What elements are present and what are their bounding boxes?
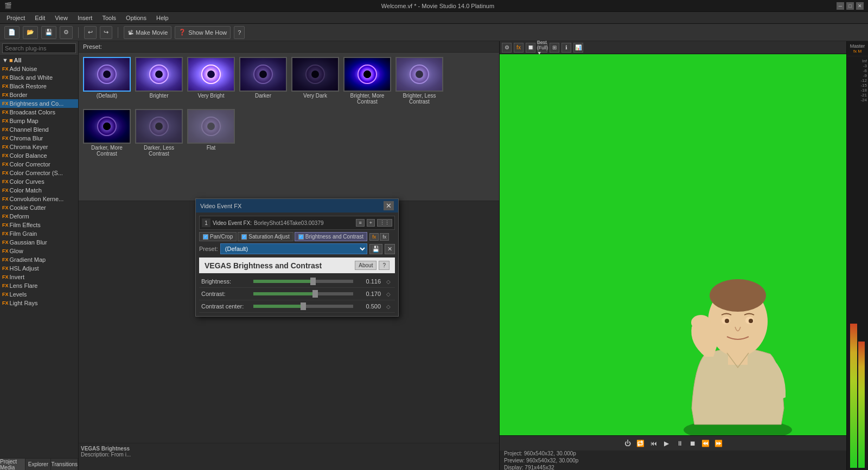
menu-project[interactable]: Project — [2, 14, 29, 22]
close-button[interactable]: ✕ — [856, 2, 864, 10]
contrast-center-slider[interactable] — [253, 305, 353, 308]
saturation-checkbox[interactable]: ✓ — [241, 234, 247, 240]
plugin-item-channelblend[interactable]: FX Channel Blend — [0, 125, 78, 134]
contrast-keyframe-btn[interactable]: ◇ — [384, 289, 393, 298]
plugin-item-lensflare[interactable]: FX Lens Flare — [0, 281, 78, 290]
plugin-item-colorcurves[interactable]: FX Color Curves — [0, 177, 78, 186]
menu-insert[interactable]: Insert — [73, 14, 97, 22]
menu-help[interactable]: Help — [152, 14, 173, 22]
about-button[interactable]: About — [355, 261, 376, 270]
plugin-item-gradientmap[interactable]: FX Gradient Map — [0, 255, 78, 264]
preset-darker[interactable]: Darker — [239, 57, 287, 105]
redo-button[interactable]: ↪ — [100, 26, 112, 39]
plugin-item-bw[interactable]: FX Black and White — [0, 73, 78, 82]
plugin-item-broadcast[interactable]: FX Broadcast Colors — [0, 108, 78, 117]
tab-pancrop[interactable]: ✓ Pan/Crop — [199, 232, 237, 241]
preview-stop-btn[interactable]: ⏹ — [687, 438, 698, 449]
contrast-center-thumb[interactable] — [301, 302, 306, 310]
plugin-item-colorcorrector[interactable]: FX Color Corrector — [0, 160, 78, 169]
chain-list-btn[interactable]: ≡ — [356, 219, 364, 227]
menu-options[interactable]: Options — [122, 14, 151, 22]
help-plugin-btn[interactable]: ? — [379, 261, 390, 270]
chain-add-btn[interactable]: + — [367, 219, 375, 227]
preview-quality-btn[interactable]: Best (Full) ▼ — [538, 43, 547, 53]
preset-verydark[interactable]: Very Dark — [291, 57, 339, 105]
properties-button[interactable]: ⚙ — [60, 26, 73, 39]
plugin-item-addnoise[interactable]: FX Add Noise — [0, 65, 78, 73]
preview-composite-btn[interactable]: 🔲 — [526, 43, 535, 53]
plugin-item-brightness[interactable]: FX Brightness and Co... — [0, 99, 78, 108]
tab-project-media[interactable]: Project Media — [0, 459, 25, 470]
preview-settings-btn[interactable]: ⚙ — [502, 43, 512, 53]
preview-next-frame-btn[interactable]: ⏩ — [713, 438, 724, 449]
preset-brighter-less-contrast[interactable]: Brighter, Less Contrast — [395, 57, 443, 105]
plugin-category-all[interactable]: ▼ ■ All — [0, 56, 78, 65]
preset-verybright[interactable]: Very Bright — [187, 57, 235, 105]
save-button[interactable]: 💾 — [41, 26, 56, 39]
plugin-item-levels[interactable]: FX Levels — [0, 290, 78, 299]
plugin-item-filmeffects[interactable]: FX Film Effects — [0, 221, 78, 229]
preset-dropdown[interactable]: (Default) — [220, 243, 367, 254]
pancrop-checkbox[interactable]: ✓ — [203, 234, 208, 240]
plugin-item-colorcorrectors[interactable]: FX Color Corrector (S... — [0, 169, 78, 177]
bnc-checkbox[interactable]: ✓ — [298, 234, 304, 240]
undo-button[interactable]: ↩ — [84, 26, 97, 39]
vfx-close-button[interactable]: ✕ — [384, 201, 394, 210]
menu-edit[interactable]: Edit — [30, 14, 49, 22]
plugin-item-colorbalance[interactable]: FX Color Balance — [0, 151, 78, 160]
tab-transitions[interactable]: Transitions — [51, 459, 78, 470]
delete-preset-btn[interactable]: ✕ — [385, 244, 395, 254]
search-input[interactable] — [2, 43, 76, 53]
menu-tools[interactable]: Tools — [98, 14, 120, 22]
plugin-item-cookiecutter[interactable]: FX Cookie Cutter — [0, 203, 78, 212]
preview-loop-btn[interactable]: 🔁 — [635, 438, 646, 449]
plugin-item-convolution[interactable]: FX Convolution Kerne... — [0, 195, 78, 203]
open-button[interactable]: 📂 — [23, 26, 38, 39]
fx-curve-btn[interactable]: fx — [380, 233, 389, 241]
minimize-button[interactable]: ─ — [837, 2, 844, 10]
preview-fx-btn[interactable]: fx — [514, 43, 524, 53]
help-button[interactable]: ? — [234, 26, 245, 39]
preview-info-btn[interactable]: ℹ — [561, 43, 571, 53]
preview-split-btn[interactable]: ⊞ — [550, 43, 559, 53]
show-me-how-button[interactable]: ❓ Show Me How — [175, 26, 231, 39]
save-preset-btn[interactable]: 💾 — [369, 244, 382, 254]
plugin-item-lightrays[interactable]: FX Light Rays — [0, 299, 78, 307]
preset-darker-less-contrast[interactable]: Darker, Less Contrast — [135, 109, 183, 157]
plugin-item-hsladjust[interactable]: FX HSL Adjust — [0, 264, 78, 273]
chain-grid-btn[interactable]: ⋮⋮ — [377, 219, 392, 227]
menu-view[interactable]: View — [50, 14, 72, 22]
preview-rewind-btn[interactable]: ⏮ — [648, 438, 659, 449]
plugin-item-filmgrain[interactable]: FX Film Grain — [0, 229, 78, 238]
contrast-thumb[interactable] — [312, 290, 318, 298]
brightness-slider[interactable] — [253, 280, 353, 283]
brightness-keyframe-btn[interactable]: ◇ — [384, 277, 393, 286]
preset-default[interactable]: (Default) — [83, 57, 131, 105]
make-movie-button[interactable]: 📽 Make Movie — [124, 26, 171, 39]
plugin-item-gaussianblur[interactable]: FX Gaussian Blur — [0, 238, 78, 247]
plugin-item-glow[interactable]: FX Glow — [0, 247, 78, 255]
preview-power-btn[interactable]: ⏻ — [622, 438, 633, 449]
plugin-item-blackrestore[interactable]: FX Black Restore — [0, 82, 78, 91]
plugin-item-invert[interactable]: FX Invert — [0, 273, 78, 281]
plugin-item-border[interactable]: FX Border — [0, 91, 78, 99]
plugin-item-bumpmap[interactable]: FX Bump Map — [0, 117, 78, 125]
tab-explorer[interactable]: Explorer — [25, 459, 51, 470]
plugin-item-chromablur[interactable]: FX Chroma Blur — [0, 134, 78, 143]
plugin-item-chromakeyer[interactable]: FX Chroma Keyer — [0, 143, 78, 151]
preset-flat[interactable]: Flat — [187, 109, 235, 157]
preset-brighter[interactable]: Brighter — [135, 57, 183, 105]
maximize-button[interactable]: □ — [846, 2, 854, 10]
preview-scope-btn[interactable]: 📊 — [573, 43, 583, 53]
contrast-slider[interactable] — [253, 292, 353, 295]
contrast-center-keyframe-btn[interactable]: ◇ — [384, 302, 393, 311]
plugin-item-colormatch[interactable]: FX Color Match — [0, 186, 78, 195]
preset-darker-more-contrast[interactable]: Darker, More Contrast — [83, 109, 131, 157]
preview-prev-frame-btn[interactable]: ⏪ — [700, 438, 711, 449]
preset-brighter-more-contrast[interactable]: Brighter, More Contrast — [343, 57, 391, 105]
preview-pause-btn[interactable]: ⏸ — [674, 438, 685, 449]
plugin-item-deform[interactable]: FX Deform — [0, 212, 78, 221]
brightness-thumb[interactable] — [310, 278, 316, 285]
preview-play-btn[interactable]: ▶ — [661, 438, 672, 449]
new-button[interactable]: 📄 — [4, 26, 20, 39]
